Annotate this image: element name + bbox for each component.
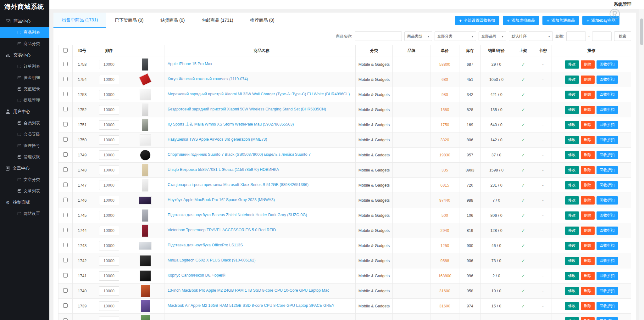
sort-input[interactable] — [99, 211, 119, 220]
edit-button[interactable]: 修改 — [565, 91, 579, 99]
add-product-button[interactable]: + 全部设置回收折扣 — [455, 16, 499, 25]
sort-input[interactable] — [99, 60, 119, 69]
row-checkbox[interactable] — [63, 152, 68, 157]
edit-button[interactable]: 修改 — [565, 227, 579, 235]
search-button[interactable]: 搜索 — [614, 31, 631, 41]
product-name-link[interactable]: MacBook Air Apple M2 16GB RAM 512GB SSD … — [168, 303, 335, 308]
row-checkbox[interactable] — [63, 258, 68, 262]
product-name-link[interactable]: Стаціонарна ігрова приставка Microsoft X… — [168, 182, 308, 187]
product-name-link[interactable]: Підставка для ноутбука Baseus Zhichi Not… — [168, 213, 307, 217]
sort-input[interactable] — [99, 166, 119, 175]
edit-button[interactable]: 修改 — [565, 196, 579, 205]
recycle-discount-button[interactable]: 回收折扣 — [597, 211, 618, 220]
tab[interactable]: 已下架商品 (0) — [106, 13, 152, 28]
delete-button[interactable]: 删除 — [581, 121, 595, 129]
product-name-link[interactable]: Ноутбук Apple MacBook Pro 16" Space Gray… — [168, 198, 275, 202]
amount-min-input[interactable] — [566, 31, 586, 41]
sidebar-item[interactable]: 文章列表 — [0, 185, 49, 197]
sidebar-item[interactable]: 管理权限 — [0, 151, 49, 163]
edit-button[interactable]: 修改 — [565, 272, 579, 280]
sidebar-item[interactable]: 会员等级 — [0, 129, 49, 140]
product-type-select[interactable]: 商品类型▾ — [404, 31, 432, 41]
sort-input[interactable] — [99, 150, 119, 160]
sort-input[interactable] — [99, 90, 119, 99]
product-name-input[interactable] — [355, 31, 402, 41]
row-checkbox[interactable] — [63, 167, 68, 172]
product-name-link[interactable]: Victorinox Тревеллер TRAVEL ACCESSORIES … — [168, 228, 276, 232]
sort-input[interactable] — [99, 196, 119, 205]
product-name-link[interactable]: Кагуа Женский кожаный кошелек (1119-074) — [168, 77, 248, 81]
delete-button[interactable]: 删除 — [581, 317, 595, 320]
delete-button[interactable]: 删除 — [581, 91, 595, 99]
delete-button[interactable]: 删除 — [581, 76, 595, 84]
delete-button[interactable]: 删除 — [581, 60, 595, 69]
delete-button[interactable]: 删除 — [581, 181, 595, 189]
recycle-discount-button[interactable]: 回收折扣 — [597, 166, 618, 174]
sidebar-item[interactable]: 网站设置 — [0, 208, 49, 219]
sidebar-item[interactable]: 资金明细 — [0, 72, 49, 83]
delete-button[interactable]: 删除 — [581, 227, 595, 235]
sidebar-section[interactable]: 用户中心 — [0, 106, 49, 117]
edit-button[interactable]: 修改 — [565, 106, 579, 114]
sort-input[interactable] — [99, 75, 119, 84]
edit-button[interactable]: 修改 — [565, 166, 579, 174]
product-name-link[interactable]: IQ Sports 上衣 Malia Wmns XS Storm Weth/Pa… — [168, 122, 294, 127]
sidebar-item[interactable]: 商品列表 — [0, 27, 49, 38]
scrollbar-thumb[interactable] — [640, 18, 643, 45]
add-product-button[interactable]: + 添加ebay商品 — [582, 16, 619, 25]
edit-button[interactable]: 修改 — [565, 287, 579, 295]
row-checkbox[interactable] — [63, 303, 68, 308]
delete-button[interactable]: 删除 — [581, 302, 595, 310]
edit-button[interactable]: 修改 — [565, 302, 579, 310]
product-name-link[interactable]: Миша Logitech G502 X PLUS Black (910-006… — [168, 258, 256, 262]
product-name-link[interactable]: Корпус Canon/Nikon D6, чорний — [168, 273, 225, 278]
sort-input[interactable] — [99, 317, 119, 320]
tab[interactable]: 推荐商品 (0) — [242, 13, 283, 28]
delete-button[interactable]: 删除 — [581, 272, 595, 280]
row-checkbox[interactable] — [63, 198, 68, 202]
edit-button[interactable]: 修改 — [565, 76, 579, 84]
product-name-link[interactable]: Підставка для ноутбука OfficePro LS113S — [168, 243, 243, 247]
row-checkbox[interactable] — [63, 243, 68, 247]
row-checkbox[interactable] — [63, 288, 68, 293]
recycle-discount-button[interactable]: 回收折扣 — [597, 60, 618, 69]
sort-input[interactable] — [99, 256, 119, 266]
add-product-button[interactable]: + 添加虚拟商品 — [503, 16, 539, 25]
recycle-discount-button[interactable]: 回收折扣 — [597, 317, 618, 320]
row-checkbox[interactable] — [63, 213, 68, 217]
sort-input[interactable] — [99, 301, 119, 311]
edit-button[interactable]: 修改 — [565, 317, 579, 320]
delete-button[interactable]: 删除 — [581, 257, 595, 265]
add-product-button[interactable]: + 添加普通商品 — [542, 16, 579, 25]
row-checkbox[interactable] — [63, 273, 68, 278]
recycle-discount-button[interactable]: 回收折扣 — [597, 287, 618, 295]
row-checkbox[interactable] — [63, 122, 68, 126]
tab[interactable]: 出售中商品 (1731) — [53, 13, 106, 28]
sidebar-section[interactable]: 商品中心 — [0, 15, 49, 27]
edit-button[interactable]: 修改 — [565, 121, 579, 129]
edit-button[interactable]: 修改 — [565, 136, 579, 144]
delete-button[interactable]: 删除 — [581, 136, 595, 144]
row-checkbox[interactable] — [63, 137, 68, 142]
sidebar-item[interactable]: 文章分类 — [0, 174, 49, 185]
recycle-discount-button[interactable]: 回收折扣 — [597, 136, 618, 144]
row-checkbox[interactable] — [63, 107, 68, 111]
sidebar-item[interactable]: 商品分类 — [0, 38, 49, 49]
sidebar-item[interactable]: 充值记录 — [0, 83, 49, 95]
delete-button[interactable]: 删除 — [581, 106, 595, 114]
delete-button[interactable]: 删除 — [581, 242, 595, 250]
recycle-discount-button[interactable]: 回收折扣 — [597, 272, 618, 280]
row-checkbox[interactable] — [63, 62, 68, 66]
product-name-link[interactable]: Apple iPhone 15 Pro Max — [168, 62, 212, 66]
sidebar-section[interactable]: ⚙ 控制面板 — [0, 197, 49, 208]
delete-button[interactable]: 删除 — [581, 166, 595, 174]
product-name-link[interactable]: 13-inch MacBook Pro Apple M2 24GB RAM 1T… — [168, 288, 329, 293]
edit-button[interactable]: 修改 — [565, 181, 579, 189]
delete-button[interactable]: 删除 — [581, 196, 595, 205]
sidebar-section[interactable]: 交易中心 — [0, 49, 49, 61]
edit-button[interactable]: 修改 — [565, 151, 579, 159]
recycle-discount-button[interactable]: 回收折扣 — [597, 106, 618, 114]
tab[interactable]: 包邮商品 (1731) — [193, 13, 242, 28]
sort-input[interactable] — [99, 135, 119, 145]
edit-button[interactable]: 修改 — [565, 242, 579, 250]
